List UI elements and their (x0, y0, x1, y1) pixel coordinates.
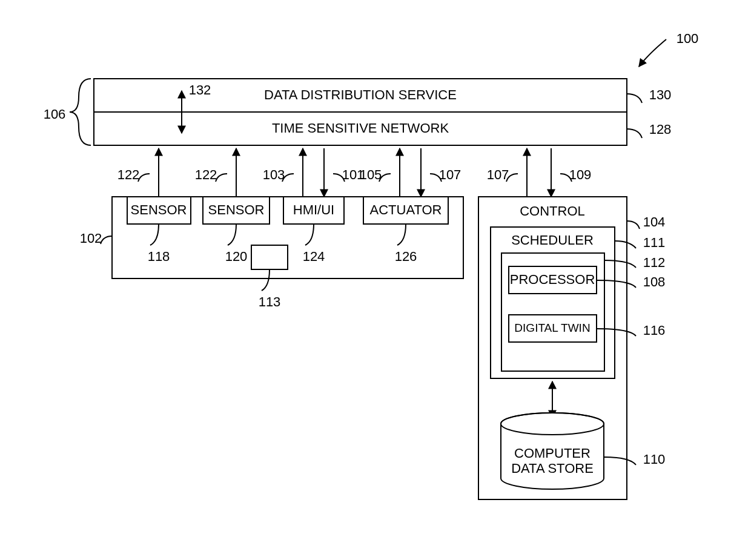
actuator-label: ACTUATOR (370, 202, 442, 217)
datastore-label1: COMPUTER (514, 446, 591, 461)
ref-116: 116 (643, 323, 666, 338)
control-label: CONTROL (520, 203, 585, 219)
ref-107a: 107 (439, 167, 462, 182)
ref-102: 102 (80, 231, 102, 246)
ref-122a: 122 (117, 167, 140, 182)
scheduler-label: SCHEDULER (511, 232, 594, 248)
ref-108: 108 (643, 274, 666, 289)
ref-130: 130 (649, 87, 672, 102)
digitaltwin-label: DIGITAL TWIN (514, 321, 590, 334)
dds-label: DATA DISTRIBUTION SERVICE (264, 87, 457, 102)
svg-rect-16 (251, 245, 288, 269)
ref-124: 124 (303, 249, 325, 264)
ref-111: 111 (643, 235, 666, 250)
ref-132: 132 (189, 82, 211, 97)
ref-105: 105 (360, 167, 382, 182)
ref-122b: 122 (195, 167, 217, 182)
sensor2-label: SENSOR (208, 202, 265, 217)
ref-104: 104 (643, 214, 666, 229)
datastore-label2: DATA STORE (511, 461, 594, 476)
ref-120: 120 (225, 249, 248, 264)
ref-113: 113 (259, 294, 281, 309)
ref-100: 100 (677, 31, 699, 46)
ref-107b: 107 (487, 167, 509, 182)
ref-112: 112 (643, 255, 666, 270)
ref-118: 118 (148, 249, 170, 264)
ref-128: 128 (649, 122, 672, 137)
ref-106: 106 (44, 107, 66, 122)
tsn-label: TIME SENSITIVE NETWORK (272, 120, 449, 136)
ref-109: 109 (569, 167, 592, 182)
sensor1-label: SENSOR (131, 202, 187, 217)
hmi-label: HMI/UI (293, 202, 334, 217)
ref-103: 103 (263, 167, 285, 182)
processor-label: PROCESSOR (510, 272, 595, 287)
ref-126: 126 (395, 249, 417, 264)
ref-110: 110 (643, 452, 666, 467)
